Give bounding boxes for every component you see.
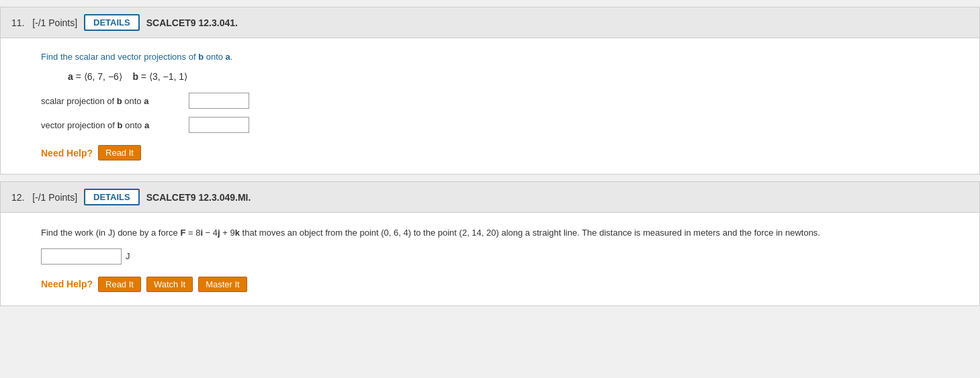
problem-11-body: Find the scalar and vector projections o… — [1, 38, 979, 174]
watch-it-button-12[interactable]: Watch It — [146, 277, 193, 292]
details-button-12[interactable]: DETAILS — [84, 189, 140, 205]
vector-projection-row: vector projection of b onto a — [41, 117, 939, 133]
read-it-button-11[interactable]: Read It — [98, 145, 141, 160]
problem-12-header: 12. [-/1 Points] DETAILS SCALCET9 12.3.0… — [1, 182, 979, 213]
problem-11-header: 11. [-/1 Points] DETAILS SCALCET9 12.3.0… — [1, 7, 979, 38]
unit-label-12: J — [126, 251, 130, 261]
scalar-input[interactable] — [189, 93, 249, 109]
problem-12-number: 12. [-/1 Points] — [11, 192, 77, 203]
vector-input[interactable] — [189, 117, 249, 133]
need-help-label-11: Need Help? — [41, 148, 93, 158]
master-it-button-12[interactable]: Master It — [198, 277, 247, 292]
scalar-projection-row: scalar projection of b onto a — [41, 93, 939, 109]
problem-12-body: Find the work (in J) done by a force F =… — [1, 213, 979, 305]
need-help-11: Need Help? Read It — [41, 145, 939, 160]
problem-11: 11. [-/1 Points] DETAILS SCALCET9 12.3.0… — [0, 7, 980, 175]
problem-11-question: Find the scalar and vector projections o… — [41, 52, 939, 62]
work-input[interactable] — [41, 248, 122, 265]
problem-12-answer-row: J — [41, 248, 939, 265]
problem-11-vectors: a = ⟨6, 7, −6⟩ b = ⟨3, −1, 1⟩ — [68, 71, 939, 82]
problem-11-number: 11. [-/1 Points] — [11, 17, 77, 28]
read-it-button-12[interactable]: Read It — [98, 277, 141, 292]
problem-12: 12. [-/1 Points] DETAILS SCALCET9 12.3.0… — [0, 181, 980, 306]
need-help-label-12: Need Help? — [41, 279, 93, 289]
details-button-11[interactable]: DETAILS — [84, 14, 140, 31]
problem-11-id: SCALCET9 12.3.041. — [146, 17, 238, 28]
scalar-label: scalar projection of b onto a — [41, 96, 189, 106]
problem-12-question: Find the work (in J) done by a force F =… — [41, 226, 939, 240]
problem-12-id: SCALCET9 12.3.049.MI. — [146, 192, 251, 203]
vector-label: vector projection of b onto a — [41, 120, 189, 130]
need-help-12: Need Help? Read It Watch It Master It — [41, 277, 939, 292]
